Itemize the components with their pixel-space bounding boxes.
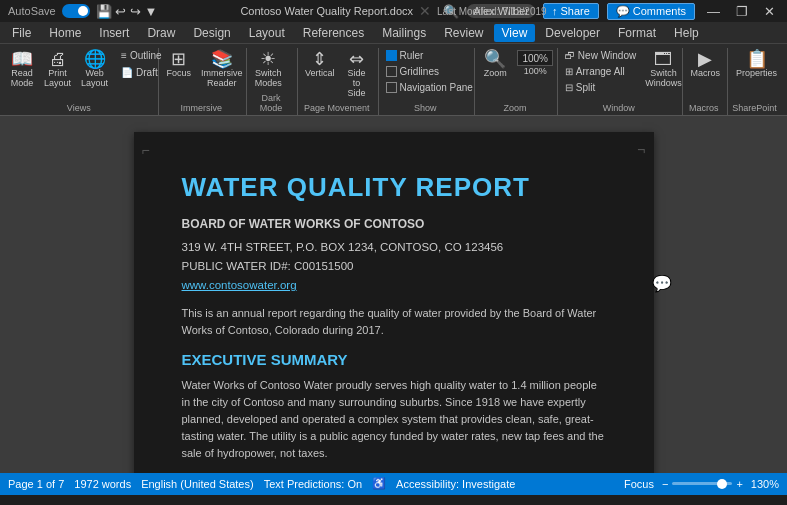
menu-help[interactable]: Help — [666, 24, 707, 42]
zoom-button[interactable]: 🔍 Zoom — [479, 48, 511, 81]
split-button[interactable]: ⊟ Split — [562, 80, 639, 95]
zoom-out-icon[interactable]: − — [662, 478, 668, 490]
menu-review[interactable]: Review — [436, 24, 491, 42]
outline-label: Outline — [130, 50, 162, 61]
menu-references[interactable]: References — [295, 24, 372, 42]
menu-insert[interactable]: Insert — [91, 24, 137, 42]
properties-button[interactable]: 📋 Properties — [732, 48, 781, 81]
autosave-toggle[interactable] — [62, 4, 90, 18]
zoom-in-icon[interactable]: + — [736, 478, 742, 490]
share-button[interactable]: ↑ Share — [543, 3, 599, 19]
title-bar: AutoSave 💾 ↩ ↪ ▼ Contoso Water Quality R… — [0, 0, 787, 22]
read-mode-button[interactable]: 📖 ReadMode — [6, 48, 38, 91]
menu-format[interactable]: Format — [610, 24, 664, 42]
focus-button[interactable]: ⊞ Focus — [163, 48, 196, 81]
outline-icon: ≡ — [121, 50, 127, 61]
document-address1: 319 W. 4TH STREET, P.O. BOX 1234, CONTOS… — [182, 239, 606, 256]
ribbon: 📖 ReadMode 🖨 PrintLayout 🌐 WebLayout ≡ O… — [0, 44, 787, 116]
web-layout-label: WebLayout — [81, 69, 108, 89]
menu-design[interactable]: Design — [185, 24, 238, 42]
title-bar-center: Contoso Water Quality Report.docx ✕ Last… — [240, 3, 546, 19]
dark-mode-buttons: ☀ SwitchModes — [251, 48, 286, 91]
immersive-group-label: Immersive — [163, 101, 240, 115]
side-to-side-button[interactable]: ⇔ Sideto Side — [340, 48, 374, 101]
menu-file[interactable]: File — [4, 24, 39, 42]
ruler-checkbox[interactable]: Ruler — [383, 48, 476, 63]
autosave-label: AutoSave — [8, 5, 56, 17]
document-website[interactable]: www.contosowater.org — [182, 277, 606, 294]
immersive-reader-button[interactable]: 📚 ImmersiveReader — [197, 48, 247, 91]
vertical-icon: ⇕ — [312, 50, 327, 68]
ribbon-group-views: 📖 ReadMode 🖨 PrintLayout 🌐 WebLayout ≡ O… — [4, 48, 159, 115]
ribbon-group-show: Ruler Gridlines Navigation Pane Show — [381, 48, 476, 115]
properties-icon: 📋 — [746, 50, 768, 68]
print-layout-button[interactable]: 🖨 PrintLayout — [40, 48, 75, 91]
split-label: Split — [576, 82, 595, 93]
ribbon-group-window: 🗗 New Window ⊞ Arrange All ⊟ Split 🗔 Swi… — [560, 48, 683, 115]
document-intro: This is an annual report regarding the q… — [182, 305, 606, 339]
zoom-percent-button[interactable]: 100% 100% — [513, 48, 557, 79]
executive-para1: Water Works of Contoso Water proudly ser… — [182, 377, 606, 462]
web-layout-button[interactable]: 🌐 WebLayout — [77, 48, 112, 91]
immersive-buttons: ⊞ Focus 📚 ImmersiveReader — [163, 48, 247, 101]
menu-view[interactable]: View — [494, 24, 536, 42]
window-buttons: 🗗 New Window ⊞ Arrange All ⊟ Split 🗔 Swi… — [562, 48, 686, 101]
focus-label: Focus — [167, 69, 192, 79]
zoom-slider-container[interactable]: − + — [662, 478, 743, 490]
outline-button[interactable]: ≡ Outline — [118, 48, 165, 63]
share-label: Share — [560, 5, 589, 17]
document-page[interactable]: ⌐ ¬ WATER QUALITY REPORT BOARD OF WATER … — [134, 132, 654, 473]
comments-icon: 💬 — [616, 5, 630, 18]
comment-icon[interactable]: 💬 — [652, 272, 672, 296]
corner-mark-tr: ¬ — [637, 140, 645, 161]
zoom-percent-value: 100% — [522, 53, 548, 64]
executive-summary-title: EXECUTIVE SUMMARY — [182, 349, 606, 372]
menu-home[interactable]: Home — [41, 24, 89, 42]
sharepoint-group-label: SharePoint — [732, 101, 777, 115]
document-title: Contoso Water Quality Report.docx — [240, 5, 413, 17]
gridlines-label: Gridlines — [400, 66, 439, 77]
menu-draw[interactable]: Draw — [139, 24, 183, 42]
navigation-pane-checkbox[interactable]: Navigation Pane — [383, 80, 476, 95]
zoom-percent-display: 100% — [517, 50, 553, 66]
page-movement-group-label: Page Movement — [302, 101, 371, 115]
menu-mailings[interactable]: Mailings — [374, 24, 434, 42]
macros-button[interactable]: ▶ Macros — [687, 48, 725, 81]
zoom-percentage[interactable]: 130% — [751, 478, 779, 490]
language-selector[interactable]: English (United States) — [141, 478, 254, 490]
new-window-button[interactable]: 🗗 New Window — [562, 48, 639, 63]
zoom-track[interactable] — [672, 482, 732, 485]
menu-developer[interactable]: Developer — [537, 24, 608, 42]
web-layout-icon: 🌐 — [84, 50, 106, 68]
navigation-pane-label: Navigation Pane — [400, 82, 473, 93]
close-tab-icon[interactable]: ✕ — [419, 3, 431, 19]
vertical-button[interactable]: ⇕ Vertical — [302, 48, 337, 81]
macros-icon: ▶ — [698, 50, 712, 68]
gridlines-checkbox[interactable]: Gridlines — [383, 64, 476, 79]
restore-button[interactable]: ❐ — [732, 4, 752, 19]
draft-button[interactable]: 📄 Draft — [118, 65, 165, 80]
switch-windows-label: SwitchWindows — [645, 69, 682, 89]
switch-modes-button[interactable]: ☀ SwitchModes — [251, 48, 286, 91]
immersive-reader-label: ImmersiveReader — [201, 69, 243, 89]
macros-label: Macros — [691, 69, 721, 79]
outline-draft-group: ≡ Outline 📄 Draft — [118, 48, 165, 80]
menu-layout[interactable]: Layout — [241, 24, 293, 42]
gridlines-check-icon — [386, 66, 397, 77]
word-count[interactable]: 1972 words — [74, 478, 131, 490]
text-predictions[interactable]: Text Predictions: On — [264, 478, 362, 490]
document-subtitle: BOARD OF WATER WORKS OF CONTOSO — [182, 215, 606, 233]
close-button[interactable]: ✕ — [760, 4, 779, 19]
ribbon-group-zoom: 🔍 Zoom 100% 100% Zoom — [477, 48, 558, 115]
arrange-all-button[interactable]: ⊞ Arrange All — [562, 64, 639, 79]
macros-group-label: Macros — [687, 101, 721, 115]
switch-windows-button[interactable]: 🗔 SwitchWindows — [641, 48, 686, 91]
comments-button[interactable]: 💬 Comments — [607, 3, 695, 20]
show-checkboxes: Ruler Gridlines Navigation Pane — [383, 48, 476, 95]
minimize-button[interactable]: — — [703, 4, 724, 19]
accessibility-label[interactable]: Accessibility: Investigate — [396, 478, 515, 490]
side-to-side-icon: ⇔ — [349, 50, 364, 68]
zoom-group-label: Zoom — [479, 101, 551, 115]
focus-label[interactable]: Focus — [624, 478, 654, 490]
vertical-label: Vertical — [305, 69, 335, 79]
